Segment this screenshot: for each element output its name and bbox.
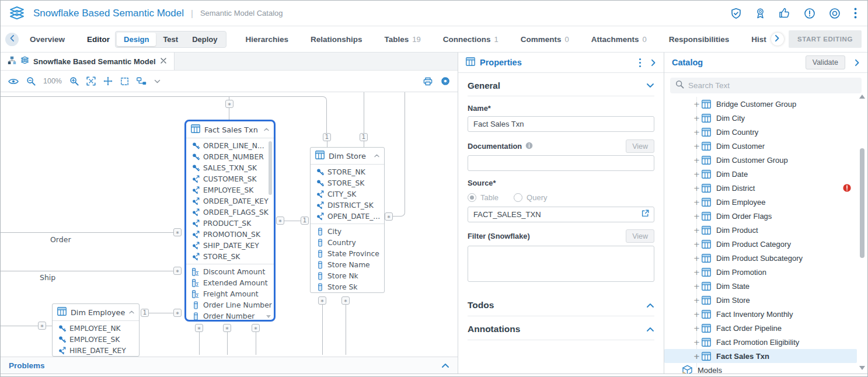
nav-item-comments[interactable]: Comments0 (521, 35, 569, 44)
entity-field[interactable]: EMPLOYEE_NK (53, 323, 139, 334)
catalog-item-dim-product-subcategory[interactable]: +Dim Product Subcategory (664, 251, 857, 265)
expand-plus-icon[interactable]: + (693, 128, 702, 137)
relationship-label-order[interactable]: Order (50, 235, 71, 244)
external-link-icon[interactable] (641, 209, 650, 218)
nav-item-hist[interactable]: Hist (751, 35, 769, 44)
entity-field[interactable]: SALES_TXN_SK (186, 162, 274, 173)
nav-item-hierarchies[interactable]: Hierarchies (246, 35, 289, 44)
scrollbar-thumb[interactable] (860, 148, 864, 258)
expand-plus-icon[interactable]: + (693, 310, 702, 319)
entity-field[interactable]: DISTRICT_SK (311, 200, 384, 211)
expand-plus-icon[interactable]: + (693, 100, 702, 109)
entity-field[interactable]: CUSTOMER_SK (186, 173, 274, 184)
settings-gear-icon[interactable] (441, 76, 450, 86)
source-option-table[interactable]: Table (468, 193, 499, 202)
expand-plus-icon[interactable]: + (693, 268, 702, 277)
catalog-item-models[interactable]: Models (664, 363, 857, 373)
catalog-item-fact-promotion-eligibility[interactable]: +Fact Promotion Eligibility (664, 335, 857, 349)
print-icon[interactable] (423, 77, 433, 86)
entity-scrollbar-thumb[interactable] (269, 141, 272, 195)
entity-field[interactable]: Store Sk (311, 281, 384, 292)
expand-plus-icon[interactable]: + (693, 324, 702, 333)
layout-dropdown-chevron-icon[interactable] (154, 79, 161, 83)
collapse-chevron-icon[interactable] (129, 310, 134, 314)
fit-to-screen-icon[interactable] (86, 76, 96, 86)
documentation-field[interactable] (468, 155, 654, 171)
catalog-item-bridge-customer-group[interactable]: +Bridge Customer Group (664, 97, 857, 111)
entity-field[interactable]: Store Nk (311, 270, 384, 281)
diagram-tab[interactable]: Snowflake Based Semantic Model (1, 53, 175, 70)
marquee-select-icon[interactable] (120, 77, 129, 86)
catalog-item-dim-customer[interactable]: +Dim Customer (664, 139, 857, 153)
entity-field[interactable]: STORE_NK (311, 166, 384, 177)
nav-item-attachments[interactable]: Attachments0 (591, 35, 647, 44)
nav-scroll-right-button[interactable] (771, 33, 784, 46)
expand-plus-icon[interactable]: + (693, 212, 702, 221)
entity-field[interactable]: ΣExtended Amount (186, 277, 274, 288)
catalog-item-dim-state[interactable]: +Dim State (664, 279, 857, 293)
annotations-section-header[interactable]: Annotations (468, 316, 654, 340)
medal-icon[interactable] (755, 8, 765, 19)
entity-field[interactable]: EMPLOYEE_SK (186, 184, 274, 196)
scroll-up-arrow-icon[interactable] (859, 95, 865, 99)
entity-header[interactable]: Dim Employee (53, 304, 139, 321)
catalog-scrollbar[interactable] (859, 95, 866, 370)
auto-layout-icon[interactable] (137, 77, 147, 85)
catalog-item-fact-order-pipeline[interactable]: +Fact Order Pipeline (664, 321, 857, 335)
collapse-chevron-icon[interactable] (374, 154, 379, 158)
search-input[interactable] (688, 81, 856, 90)
expand-plus-icon[interactable]: + (693, 156, 702, 165)
todos-collapse-icon[interactable] (646, 303, 654, 308)
catalog-item-dim-date[interactable]: +Dim Date (664, 167, 857, 181)
expand-plus-icon[interactable]: + (693, 184, 702, 193)
catalog-item-dim-country[interactable]: +Dim Country (664, 125, 857, 139)
diagram-canvas[interactable]: OrderShip*11**1**1*******Fact Sales TxnO… (1, 92, 458, 357)
entity-fact-sales-txn[interactable]: Fact Sales TxnORDER_LINE_N...ORDER_NUMBE… (184, 120, 276, 322)
alert-circle-icon[interactable] (804, 8, 815, 19)
entity-field[interactable]: ORDER_LINE_N... (186, 140, 274, 151)
general-section-header[interactable]: General (468, 73, 654, 96)
entity-field[interactable]: Order Number (186, 310, 274, 322)
preview-eye-icon[interactable] (8, 78, 19, 85)
shield-check-icon[interactable] (730, 8, 742, 19)
catalog-collapse-icon[interactable] (855, 59, 860, 67)
catalog-item-fact-sales-txn[interactable]: +Fact Sales Txn (664, 349, 857, 363)
start-editing-button[interactable]: START EDITING (789, 30, 862, 48)
entity-field[interactable]: ΣFreight Amount (186, 288, 274, 299)
properties-collapse-icon[interactable] (651, 59, 656, 67)
expand-plus-icon[interactable]: + (693, 338, 702, 347)
entity-header[interactable]: Dim Store (311, 148, 384, 165)
segment-design[interactable]: Design (117, 33, 156, 46)
entity-field[interactable]: Country (311, 237, 384, 248)
expand-plus-icon[interactable]: + (693, 170, 702, 179)
tab-close-icon[interactable] (160, 56, 167, 67)
properties-menu-icon[interactable] (639, 58, 642, 68)
nav-back-button[interactable] (5, 33, 19, 46)
entity-field[interactable]: ORDER_FLAGS_SK (186, 207, 274, 218)
entity-header[interactable]: Fact Sales Txn (186, 121, 274, 138)
zoom-out-icon[interactable] (26, 76, 36, 86)
name-field[interactable] (468, 116, 654, 132)
entity-field[interactable]: HIRE_DATE_KEY (53, 345, 139, 356)
relationship-label-ship[interactable]: Ship (40, 273, 55, 282)
problems-collapse-icon[interactable] (441, 363, 449, 368)
expand-plus-icon[interactable]: + (693, 114, 702, 123)
catalog-item-dim-product[interactable]: +Dim Product (664, 223, 857, 237)
entity-field[interactable]: City (311, 226, 384, 237)
catalog-item-fact-inventory-monthly[interactable]: +Fact Inventory Monthly (664, 307, 857, 321)
thumbs-up-icon[interactable] (779, 8, 790, 19)
catalog-item-dim-employee[interactable]: +Dim Employee (664, 195, 857, 209)
entity-field[interactable]: STORE_SK (186, 251, 274, 262)
source-option-query[interactable]: Query (514, 193, 547, 202)
filter-view-button[interactable]: View (626, 229, 654, 243)
filter-field[interactable] (468, 246, 654, 282)
expand-plus-icon[interactable]: + (693, 142, 702, 151)
kebab-menu-icon[interactable] (854, 8, 857, 19)
catalog-item-dim-city[interactable]: +Dim City (664, 111, 857, 125)
scroll-down-arrow-icon[interactable] (859, 366, 865, 370)
entity-field[interactable]: OPEN_DATE_... (311, 211, 384, 222)
general-collapse-icon[interactable] (646, 83, 654, 88)
catalog-item-dim-product-category[interactable]: +Dim Product Category (664, 237, 857, 251)
expand-plus-icon[interactable]: + (693, 198, 702, 207)
entity-field[interactable]: ORDER_DATE_KEY (186, 196, 274, 207)
